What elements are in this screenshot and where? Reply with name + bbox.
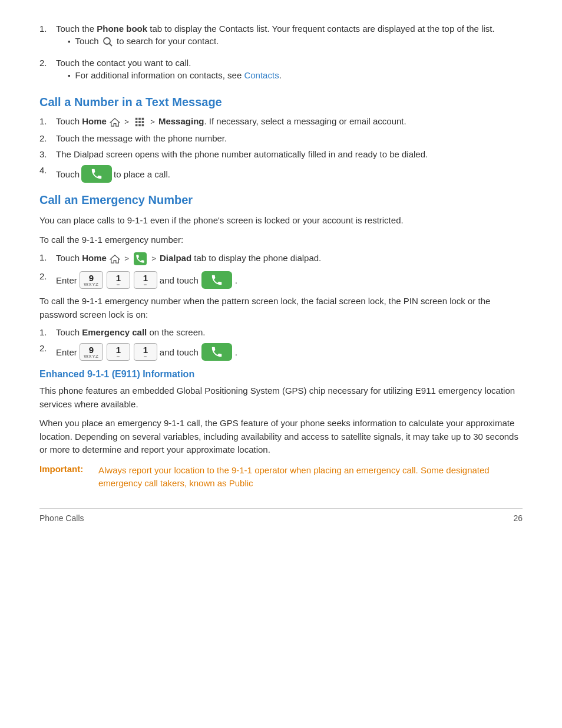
s2-item1-text: Touch Home > > Dialpad tab to display th…	[56, 253, 321, 263]
svg-rect-6	[135, 121, 138, 123]
item3-text: Touch the contact you want to call.	[56, 58, 191, 68]
chevron2: >	[150, 117, 155, 126]
bullet-contacts-text: For additional information on contacts, …	[75, 70, 282, 80]
messaging-label: Messaging	[158, 116, 204, 126]
svg-rect-10	[138, 124, 141, 127]
key-9b: 9 WXYZ	[80, 343, 103, 361]
phone-svg2	[210, 274, 223, 286]
page-footer: Phone Calls 26	[39, 508, 523, 523]
svg-rect-9	[135, 124, 138, 127]
apps-icon	[134, 117, 146, 127]
list-item: Touch to place a call.	[39, 165, 523, 183]
call-button-icon2	[201, 271, 232, 289]
phone-icon-inline	[134, 252, 147, 265]
s2b-item2-pre: Enter	[56, 347, 77, 357]
call-button-icon	[81, 165, 112, 183]
key-1a: 1 ∞	[107, 271, 130, 289]
important-block: Important: Always report your location t…	[39, 464, 523, 490]
period1: .	[235, 275, 237, 285]
footer-right: 26	[513, 513, 523, 523]
s2-item2-and: and touch	[160, 275, 199, 285]
bullet-touch: Touch to search for your contact.	[68, 36, 523, 47]
section-heading-call-text: Call a Number in a Text Message	[39, 95, 523, 109]
s1-item4-post: to place a call.	[114, 169, 170, 179]
item2-rest: tab to display the Contacts list. Your f…	[147, 24, 495, 34]
s2b-item1-text: Touch Emergency call on the screen.	[56, 327, 206, 337]
bullet-contacts: For additional information on contacts, …	[68, 70, 523, 80]
chevron3: >	[124, 254, 129, 263]
svg-rect-8	[142, 121, 144, 123]
svg-rect-11	[142, 124, 144, 127]
footer-left: Phone Calls	[39, 513, 84, 523]
chevron1: >	[124, 117, 129, 126]
s1-item2-text: Touch the message with the phone number.	[56, 133, 227, 143]
contacts-link[interactable]: Contacts	[244, 70, 279, 80]
period2: .	[235, 347, 237, 357]
svg-rect-7	[138, 121, 141, 123]
key-1d: 1 ∞	[134, 343, 157, 361]
key-1b: 1 ∞	[134, 271, 157, 289]
list-item: Touch Home > > Dialpad tab to display th…	[39, 252, 523, 265]
subheading-e911: Enhanced 9-1-1 (E911) Information	[39, 369, 523, 380]
list-item: Touch the message with the phone number.	[39, 133, 523, 143]
s2-para3: To call the 9-1-1 emergency number when …	[39, 295, 523, 321]
important-text: Always report your location to the 9-1-1…	[98, 464, 523, 490]
list-item: Touch the Phone book tab to display the …	[39, 24, 523, 52]
important-label: Important:	[39, 464, 98, 474]
phonebook-bold: Phone book	[97, 24, 147, 34]
s1-item3-text: The Dialpad screen opens with the phone …	[56, 149, 428, 159]
home-icon2	[110, 254, 120, 263]
s1-item4-pre: Touch	[56, 169, 80, 179]
section-heading-emergency: Call an Emergency Number	[39, 193, 523, 207]
list-item: Touch Emergency call on the screen.	[39, 327, 523, 337]
emergency-call-label: Emergency call	[82, 327, 147, 337]
key-1c: 1 ∞	[107, 343, 130, 361]
search-icon	[103, 37, 113, 47]
phone-svg	[90, 167, 103, 180]
list-item: Touch the contact you want to call. For …	[39, 58, 523, 85]
list-item: Enter 9 WXYZ 1 ∞ 1 ∞ and touch	[39, 271, 523, 289]
phone-svg3	[210, 345, 223, 358]
s3-para2: When you place an emergency 9-1-1 call, …	[39, 417, 523, 457]
svg-marker-12	[110, 255, 120, 263]
s2b-item2-and: and touch	[160, 347, 199, 357]
svg-rect-5	[142, 118, 144, 120]
s1-item1-text: Touch Home >	[56, 116, 406, 126]
home-label2: Home	[82, 253, 107, 263]
home-label: Home	[82, 116, 107, 126]
key-9: 9 WXYZ	[80, 271, 103, 289]
call-button-icon3	[201, 343, 232, 361]
svg-rect-4	[138, 118, 141, 120]
s2-para2: To call the 9-1-1 emergency number:	[39, 233, 523, 247]
page-content: Touch the Phone book tab to display the …	[39, 24, 523, 523]
list-item: Touch Home >	[39, 116, 523, 127]
svg-point-0	[104, 38, 110, 44]
svg-line-1	[109, 44, 112, 47]
s3-para1: This phone features an embedded Global P…	[39, 384, 523, 411]
bullet-touch-text: Touch to search for your contact.	[75, 36, 219, 47]
item2-text: Touch the	[56, 24, 97, 34]
svg-marker-2	[110, 118, 120, 126]
home-icon	[110, 117, 120, 127]
list-item: The Dialpad screen opens with the phone …	[39, 149, 523, 159]
svg-rect-3	[135, 118, 138, 120]
s2-para1: You can place calls to 9-1-1 even if the…	[39, 214, 523, 228]
dialpad-label: Dialpad	[160, 253, 191, 263]
s2-item2-pre: Enter	[56, 275, 77, 285]
list-item: Enter 9 WXYZ 1 ∞ 1 ∞ and touch	[39, 343, 523, 361]
chevron4: >	[151, 254, 156, 263]
